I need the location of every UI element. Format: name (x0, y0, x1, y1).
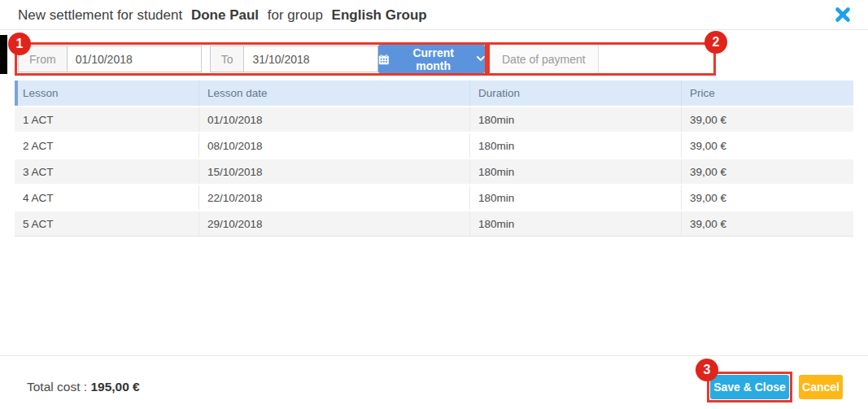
cell-lesson-date: 01/10/2018 (199, 107, 470, 132)
cell-duration: 180min (470, 133, 682, 158)
lessons-table: Lesson Lesson date Duration Price 1 ACT … (15, 80, 853, 237)
modal-header: New settlement for student Done Paul for… (0, 0, 868, 30)
date-of-payment-input[interactable] (599, 45, 713, 73)
cell-price: 39,00 € (682, 185, 853, 210)
table-row: 5 ACT 29/10/2018 180min 39,00 € (15, 211, 853, 236)
annotation-badge-1: 1 (8, 33, 31, 55)
current-month-button[interactable]: Current month (378, 45, 485, 73)
modal-title: New settlement for student Done Paul for… (18, 7, 432, 24)
from-date-input[interactable] (67, 46, 202, 72)
column-header-duration: Duration (470, 80, 682, 106)
column-header-lesson-date: Lesson date (199, 80, 470, 106)
chevron-down-icon (477, 56, 485, 62)
date-range-highlight: From To Current month (15, 42, 487, 76)
annotation-badge-3: 3 (696, 359, 718, 381)
cell-lesson: 3 ACT (15, 159, 199, 184)
save-button-highlight: Save & Close (707, 372, 792, 402)
cell-lesson: 4 ACT (15, 185, 199, 210)
total-cost: Total cost : 195,00 € (27, 380, 140, 394)
column-header-price: Price (682, 80, 853, 106)
total-cost-label: Total cost : (27, 380, 87, 394)
group-name: English Group (332, 7, 427, 23)
cell-lesson-date: 22/10/2018 (199, 185, 470, 210)
title-prefix: New settlement for student (18, 7, 182, 23)
close-icon[interactable] (835, 7, 851, 23)
annotation-badge-2: 2 (704, 31, 727, 54)
total-cost-value: 195,00 € (90, 380, 139, 394)
table-row: 3 ACT 15/10/2018 180min 39,00 € (15, 159, 853, 184)
date-of-payment-highlight: Date of payment (487, 42, 716, 76)
cell-lesson: 2 ACT (15, 133, 199, 158)
student-name: Done Paul (191, 7, 259, 23)
table-header-row: Lesson Lesson date Duration Price (15, 80, 853, 106)
cell-duration: 180min (470, 107, 682, 132)
current-month-label: Current month (395, 46, 472, 72)
cell-duration: 180min (470, 159, 682, 184)
calendar-icon (378, 54, 390, 65)
cancel-button[interactable]: Cancel (799, 375, 843, 399)
cell-price: 39,00 € (682, 211, 853, 236)
cursor-marker (0, 35, 7, 74)
cell-price: 39,00 € (682, 133, 853, 158)
to-date-group: To (210, 46, 379, 72)
cell-lesson-date: 08/10/2018 (199, 133, 470, 158)
to-label: To (210, 46, 245, 72)
cell-duration: 180min (470, 211, 682, 236)
cell-lesson-date: 29/10/2018 (199, 211, 470, 236)
cell-lesson-date: 15/10/2018 (199, 159, 470, 184)
title-connector: for group (268, 7, 323, 23)
from-date-group: From (18, 46, 202, 72)
table-row: 2 ACT 08/10/2018 180min 39,00 € (15, 133, 853, 158)
table-row: 1 ACT 01/10/2018 180min 39,00 € (15, 107, 853, 132)
cell-price: 39,00 € (682, 107, 853, 132)
save-and-close-button[interactable]: Save & Close (710, 375, 789, 399)
table-row: 4 ACT 22/10/2018 180min 39,00 € (15, 185, 853, 210)
cell-price: 39,00 € (682, 159, 853, 184)
cell-duration: 180min (470, 185, 682, 210)
cell-lesson: 1 ACT (15, 107, 199, 132)
to-date-input[interactable] (243, 46, 378, 72)
date-of-payment-label: Date of payment (490, 45, 599, 73)
settlement-modal: New settlement for student Done Paul for… (0, 0, 868, 409)
cell-lesson: 5 ACT (15, 211, 199, 236)
column-header-lesson: Lesson (15, 80, 199, 106)
footer-divider (0, 355, 868, 356)
